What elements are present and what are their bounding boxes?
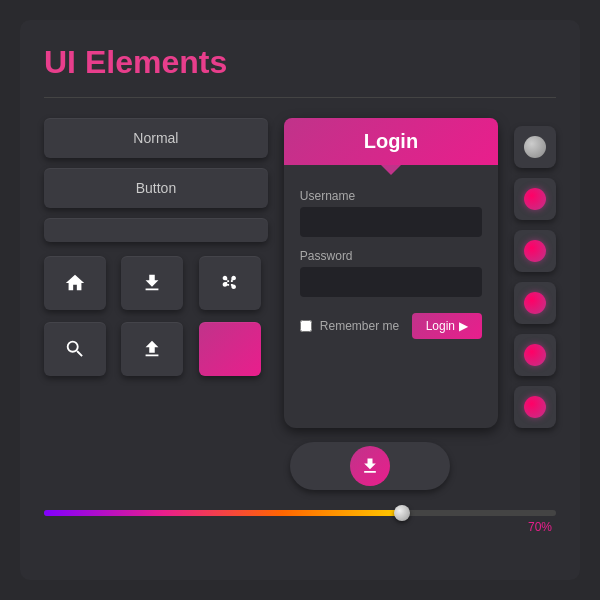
icon-rows — [44, 252, 268, 376]
toggle-dot-4 — [524, 292, 546, 314]
login-submit-button[interactable]: Login ▶ — [412, 313, 482, 339]
remember-row: Remember me Login ▶ — [300, 313, 482, 339]
username-label: Username — [300, 189, 482, 203]
button-button[interactable]: Button — [44, 168, 268, 208]
remember-label: Remember me — [320, 319, 404, 333]
login-panel: Login Username Password Remember me Logi… — [284, 118, 498, 428]
download-button[interactable] — [121, 256, 183, 310]
password-label: Password — [300, 249, 482, 263]
login-btn-label: Login — [426, 319, 455, 333]
toggle-4[interactable] — [514, 282, 556, 324]
left-column: Normal Button — [44, 118, 268, 428]
command-icon — [219, 272, 241, 294]
main-container: UI Elements Normal Button — [20, 20, 580, 580]
content-area: Normal Button — [44, 118, 556, 428]
password-input[interactable] — [300, 267, 482, 297]
pink-square-button[interactable] — [199, 322, 261, 376]
home-icon — [64, 272, 86, 294]
login-body: Username Password Remember me Login ▶ — [284, 165, 498, 347]
login-arrow-icon: ▶ — [459, 319, 468, 333]
divider — [44, 97, 556, 98]
toggle-1[interactable] — [514, 126, 556, 168]
toggle-3[interactable] — [514, 230, 556, 272]
download-icon — [141, 272, 163, 294]
toggle-2[interactable] — [514, 178, 556, 220]
toggle-dot-1 — [524, 136, 546, 158]
slider-label: 70% — [44, 520, 556, 534]
username-input[interactable] — [300, 207, 482, 237]
search-button[interactable] — [44, 322, 106, 376]
upload-icon — [141, 338, 163, 360]
icon-grid-top — [44, 256, 268, 310]
bottom-row — [44, 442, 556, 490]
download-arrow-icon — [360, 456, 380, 476]
toggle-dot-5 — [524, 344, 546, 366]
command-button[interactable] — [199, 256, 261, 310]
slider-thumb[interactable] — [394, 505, 410, 521]
plain-button[interactable] — [44, 218, 268, 242]
remember-checkbox[interactable] — [300, 320, 312, 332]
toggle-5[interactable] — [514, 334, 556, 376]
toggle-dot-3 — [524, 240, 546, 262]
home-button[interactable] — [44, 256, 106, 310]
search-icon — [64, 338, 86, 360]
download-pill-icon — [350, 446, 390, 486]
toggle-dot-2 — [524, 188, 546, 210]
normal-button[interactable]: Normal — [44, 118, 268, 158]
toggle-6[interactable] — [514, 386, 556, 428]
toggle-dot-6 — [524, 396, 546, 418]
slider-container: 70% — [44, 510, 556, 534]
icon-grid-bottom — [44, 322, 268, 376]
login-header: Login — [284, 118, 498, 165]
right-column — [514, 118, 556, 428]
slider-fill — [44, 510, 402, 516]
upload-button[interactable] — [121, 322, 183, 376]
download-pill-button[interactable] — [290, 442, 450, 490]
page-title: UI Elements — [44, 44, 556, 81]
slider-track — [44, 510, 556, 516]
